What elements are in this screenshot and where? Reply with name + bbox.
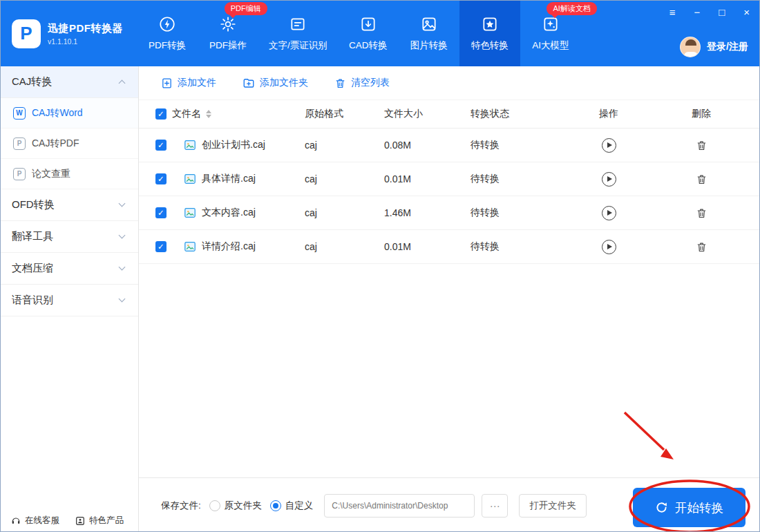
radio-icon bbox=[209, 500, 220, 511]
nav-label: PDF操作 bbox=[209, 39, 247, 52]
radio-custom-folder[interactable]: 自定义 bbox=[270, 500, 314, 512]
online-service-button[interactable]: 在线客服 bbox=[10, 515, 59, 526]
radio-original-folder[interactable]: 原文件夹 bbox=[209, 500, 262, 512]
nav-pdf-ops[interactable]: PDF编辑 PDF操作 bbox=[198, 1, 258, 66]
section-label: 翻译工具 bbox=[12, 230, 53, 243]
file-toolbar: 添加文件 添加文件夹 清空列表 bbox=[139, 66, 759, 99]
save-path-input[interactable] bbox=[324, 494, 475, 517]
select-all-checkbox[interactable] bbox=[155, 108, 167, 120]
chevron-down-icon bbox=[119, 296, 126, 303]
top-nav: PDF转换 PDF编辑 PDF操作 文字/票证识别 CAD转换 bbox=[137, 1, 581, 66]
top-bar: P 迅捷PDF转换器 v1.1.10.1 PDF转换 PDF编辑 PDF操作 bbox=[1, 1, 759, 66]
file-status: 待转换 bbox=[471, 207, 574, 219]
sidebar-item-caj-to-pdf[interactable]: P CAJ转PDF bbox=[1, 129, 138, 159]
ai-sparkle-icon bbox=[542, 15, 560, 33]
nav-label: 图片转换 bbox=[410, 39, 448, 52]
add-file-label: 添加文件 bbox=[178, 77, 216, 89]
featured-products-button[interactable]: 特色产品 bbox=[75, 515, 124, 526]
app-window: P 迅捷PDF转换器 v1.1.10.1 PDF转换 PDF编辑 PDF操作 bbox=[0, 0, 760, 532]
file-size: 0.08M bbox=[384, 140, 471, 151]
radio-original-label: 原文件夹 bbox=[225, 500, 262, 512]
sidebar-section-translate[interactable]: 翻译工具 bbox=[1, 221, 138, 253]
radio-custom-label: 自定义 bbox=[285, 500, 314, 512]
delete-trash-icon[interactable] bbox=[696, 173, 707, 185]
open-folder-button[interactable]: 打开文件夹 bbox=[519, 494, 587, 517]
chevron-down-icon bbox=[119, 264, 126, 271]
section-label: CAJ转换 bbox=[12, 75, 52, 88]
add-file-icon bbox=[161, 77, 173, 89]
pdf-edit-badge: PDF编辑 bbox=[225, 2, 267, 15]
radio-selected-icon bbox=[270, 500, 281, 511]
gear-icon bbox=[219, 15, 237, 33]
section-label: 语音识别 bbox=[12, 294, 53, 307]
nav-label: AI大模型 bbox=[532, 39, 569, 52]
app-title: 迅捷PDF转换器 bbox=[48, 22, 123, 35]
app-version: v1.1.10.1 bbox=[48, 37, 123, 46]
nav-label: 文字/票证识别 bbox=[269, 39, 327, 52]
file-status: 待转换 bbox=[471, 240, 574, 253]
add-folder-button[interactable]: 添加文件夹 bbox=[243, 77, 308, 89]
caj-file-icon bbox=[184, 173, 196, 185]
nav-label: 特色转换 bbox=[471, 39, 509, 52]
caj-file-icon bbox=[184, 207, 196, 219]
clear-list-button[interactable]: 清空列表 bbox=[334, 77, 390, 89]
row-checkbox[interactable] bbox=[155, 207, 167, 218]
file-size: 0.01M bbox=[384, 241, 471, 252]
col-filename: 文件名 bbox=[172, 108, 201, 120]
clear-list-label: 清空列表 bbox=[351, 77, 390, 89]
row-checkbox[interactable] bbox=[155, 173, 167, 184]
convert-play-button[interactable] bbox=[602, 206, 616, 220]
file-size: 1.46M bbox=[384, 207, 471, 218]
section-label: 文档压缩 bbox=[12, 262, 53, 275]
convert-play-button[interactable] bbox=[602, 138, 616, 153]
file-format: caj bbox=[305, 207, 384, 218]
close-icon[interactable]: × bbox=[743, 7, 750, 17]
app-brand: P 迅捷PDF转换器 v1.1.10.1 bbox=[1, 1, 134, 66]
sort-icon[interactable] bbox=[206, 110, 211, 118]
app-logo-icon: P bbox=[12, 19, 41, 48]
col-delete: 删除 bbox=[643, 108, 759, 120]
row-checkbox[interactable] bbox=[155, 140, 167, 151]
start-convert-button[interactable]: 开始转换 bbox=[633, 488, 745, 527]
body: CAJ转换 W CAJ转Word P CAJ转PDF P 论文查重 OFD转换 … bbox=[1, 66, 759, 532]
main-panel: 添加文件 添加文件夹 清空列表 文件名 原始格式 文件 bbox=[139, 66, 759, 532]
sidebar-item-paper-check[interactable]: P 论文查重 bbox=[1, 159, 138, 189]
cad-convert-icon bbox=[359, 15, 377, 33]
sidebar-section-speech[interactable]: 语音识别 bbox=[1, 285, 138, 316]
add-folder-icon bbox=[243, 77, 255, 89]
table-row: 创业计划书.caj caj 0.08M 待转换 bbox=[139, 129, 759, 162]
row-checkbox[interactable] bbox=[155, 241, 167, 252]
add-folder-label: 添加文件夹 bbox=[260, 77, 308, 89]
login-register-button[interactable]: 登录/注册 bbox=[680, 37, 748, 57]
start-convert-label: 开始转换 bbox=[675, 500, 723, 516]
menu-icon[interactable]: ≡ bbox=[669, 7, 676, 17]
file-name: 文本内容.caj bbox=[202, 207, 256, 219]
sidebar-section-caj[interactable]: CAJ转换 bbox=[1, 66, 138, 98]
sidebar-item-caj-to-word[interactable]: W CAJ转Word bbox=[1, 98, 138, 129]
clear-trash-icon bbox=[334, 77, 346, 89]
file-format: caj bbox=[305, 241, 384, 252]
maximize-icon[interactable]: □ bbox=[719, 7, 725, 17]
nav-ocr[interactable]: 文字/票证识别 bbox=[258, 1, 338, 66]
nav-image-convert[interactable]: 图片转换 bbox=[399, 1, 459, 66]
nav-special-convert[interactable]: 特色转换 bbox=[459, 1, 520, 66]
delete-trash-icon[interactable] bbox=[696, 241, 707, 253]
sidebar-section-compress[interactable]: 文档压缩 bbox=[1, 253, 138, 285]
convert-play-button[interactable] bbox=[602, 240, 616, 254]
nav-pdf-convert[interactable]: PDF转换 bbox=[137, 1, 198, 66]
minimize-icon[interactable]: − bbox=[694, 7, 700, 17]
chevron-up-icon bbox=[119, 80, 126, 87]
table-row: 文本内容.caj caj 1.46M 待转换 bbox=[139, 196, 759, 230]
delete-trash-icon[interactable] bbox=[696, 140, 707, 151]
browse-more-button[interactable]: ··· bbox=[482, 494, 508, 517]
brand-text: 迅捷PDF转换器 v1.1.10.1 bbox=[48, 22, 123, 46]
add-file-button[interactable]: 添加文件 bbox=[161, 77, 216, 89]
col-format: 原始格式 bbox=[305, 108, 384, 120]
convert-play-button[interactable] bbox=[602, 172, 616, 187]
nav-cad-convert[interactable]: CAD转换 bbox=[338, 1, 399, 66]
nav-ai-model[interactable]: AI解读文档 AI大模型 bbox=[520, 1, 581, 66]
sidebar-section-ofd[interactable]: OFD转换 bbox=[1, 189, 138, 221]
person-badge-icon bbox=[75, 515, 86, 526]
file-status: 待转换 bbox=[471, 139, 574, 151]
delete-trash-icon[interactable] bbox=[696, 207, 707, 219]
